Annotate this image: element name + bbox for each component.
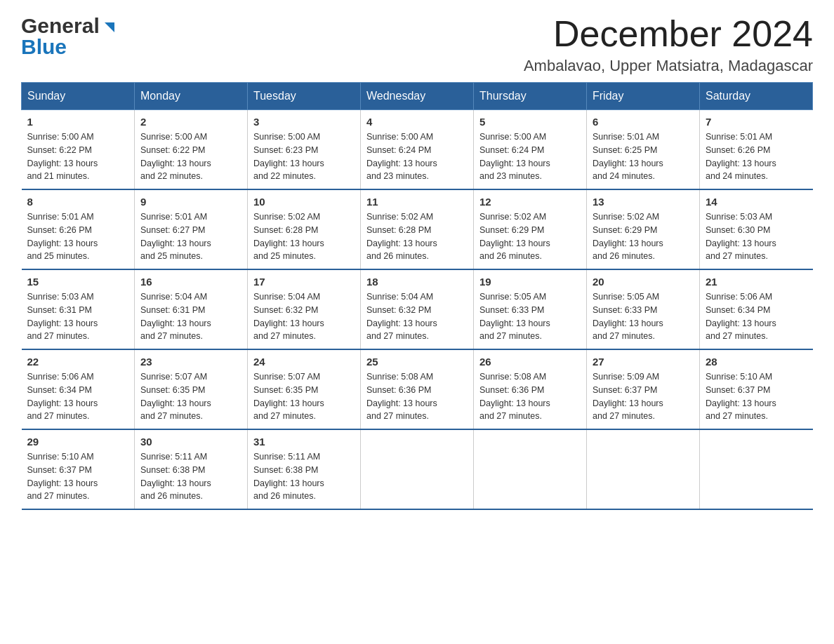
day-info: Sunrise: 5:06 AM Sunset: 6:34 PM Dayligh… bbox=[27, 370, 129, 423]
day-info: Sunrise: 5:07 AM Sunset: 6:35 PM Dayligh… bbox=[253, 370, 355, 423]
svg-marker-0 bbox=[105, 22, 114, 32]
day-info: Sunrise: 5:08 AM Sunset: 6:36 PM Dayligh… bbox=[479, 370, 581, 423]
day-info: Sunrise: 5:02 AM Sunset: 6:29 PM Dayligh… bbox=[593, 210, 694, 263]
day-number: 16 bbox=[140, 276, 241, 288]
day-number: 24 bbox=[253, 356, 355, 368]
calendar-cell: 22 Sunrise: 5:06 AM Sunset: 6:34 PM Dayl… bbox=[22, 349, 135, 429]
day-info: Sunrise: 5:02 AM Sunset: 6:29 PM Dayligh… bbox=[479, 210, 581, 263]
day-info: Sunrise: 5:10 AM Sunset: 6:37 PM Dayligh… bbox=[27, 450, 129, 503]
day-info: Sunrise: 5:00 AM Sunset: 6:22 PM Dayligh… bbox=[27, 130, 129, 183]
calendar-cell: 7 Sunrise: 5:01 AM Sunset: 6:26 PM Dayli… bbox=[700, 110, 813, 190]
header-thursday: Thursday bbox=[474, 83, 587, 110]
header-wednesday: Wednesday bbox=[361, 83, 474, 110]
calendar-cell: 4 Sunrise: 5:00 AM Sunset: 6:24 PM Dayli… bbox=[361, 110, 474, 190]
calendar-cell: 9 Sunrise: 5:01 AM Sunset: 6:27 PM Dayli… bbox=[135, 189, 248, 269]
calendar-cell: 11 Sunrise: 5:02 AM Sunset: 6:28 PM Dayl… bbox=[361, 189, 474, 269]
calendar-cell: 16 Sunrise: 5:04 AM Sunset: 6:31 PM Dayl… bbox=[135, 269, 248, 349]
day-number: 17 bbox=[253, 276, 355, 288]
day-number: 30 bbox=[140, 436, 241, 448]
header-sunday: Sunday bbox=[22, 83, 135, 110]
calendar-week-5: 29 Sunrise: 5:10 AM Sunset: 6:37 PM Dayl… bbox=[22, 429, 813, 509]
calendar-cell: 14 Sunrise: 5:03 AM Sunset: 6:30 PM Dayl… bbox=[700, 189, 813, 269]
day-info: Sunrise: 5:06 AM Sunset: 6:34 PM Dayligh… bbox=[706, 290, 807, 343]
day-number: 21 bbox=[706, 276, 807, 288]
day-info: Sunrise: 5:10 AM Sunset: 6:37 PM Dayligh… bbox=[706, 370, 807, 423]
day-number: 11 bbox=[366, 196, 468, 208]
day-info: Sunrise: 5:01 AM Sunset: 6:26 PM Dayligh… bbox=[27, 210, 129, 263]
header-tuesday: Tuesday bbox=[248, 83, 361, 110]
calendar-cell: 17 Sunrise: 5:04 AM Sunset: 6:32 PM Dayl… bbox=[248, 269, 361, 349]
day-info: Sunrise: 5:02 AM Sunset: 6:28 PM Dayligh… bbox=[366, 210, 468, 263]
page-header: General Blue December 2024 Ambalavao, Up… bbox=[21, 14, 813, 75]
calendar-cell: 10 Sunrise: 5:02 AM Sunset: 6:28 PM Dayl… bbox=[248, 189, 361, 269]
day-info: Sunrise: 5:11 AM Sunset: 6:38 PM Dayligh… bbox=[253, 450, 355, 503]
day-info: Sunrise: 5:05 AM Sunset: 6:33 PM Dayligh… bbox=[593, 290, 694, 343]
day-number: 1 bbox=[27, 116, 129, 128]
day-number: 5 bbox=[479, 116, 581, 128]
calendar-week-1: 1 Sunrise: 5:00 AM Sunset: 6:22 PM Dayli… bbox=[22, 110, 813, 190]
day-info: Sunrise: 5:11 AM Sunset: 6:38 PM Dayligh… bbox=[140, 450, 241, 503]
logo-triangle-icon bbox=[102, 14, 117, 38]
day-number: 6 bbox=[593, 116, 694, 128]
day-info: Sunrise: 5:02 AM Sunset: 6:28 PM Dayligh… bbox=[253, 210, 355, 263]
calendar-cell: 15 Sunrise: 5:03 AM Sunset: 6:31 PM Dayl… bbox=[22, 269, 135, 349]
day-info: Sunrise: 5:07 AM Sunset: 6:35 PM Dayligh… bbox=[140, 370, 241, 423]
day-info: Sunrise: 5:01 AM Sunset: 6:27 PM Dayligh… bbox=[140, 210, 241, 263]
calendar-cell: 1 Sunrise: 5:00 AM Sunset: 6:22 PM Dayli… bbox=[22, 110, 135, 190]
day-number: 4 bbox=[366, 116, 468, 128]
day-info: Sunrise: 5:01 AM Sunset: 6:26 PM Dayligh… bbox=[706, 130, 807, 183]
header-saturday: Saturday bbox=[700, 83, 813, 110]
day-number: 13 bbox=[593, 196, 694, 208]
day-number: 28 bbox=[706, 356, 807, 368]
day-number: 20 bbox=[593, 276, 694, 288]
day-number: 14 bbox=[706, 196, 807, 208]
calendar-cell: 27 Sunrise: 5:09 AM Sunset: 6:37 PM Dayl… bbox=[587, 349, 700, 429]
day-number: 29 bbox=[27, 436, 129, 448]
calendar-week-2: 8 Sunrise: 5:01 AM Sunset: 6:26 PM Dayli… bbox=[22, 189, 813, 269]
day-number: 19 bbox=[479, 276, 581, 288]
calendar-cell: 28 Sunrise: 5:10 AM Sunset: 6:37 PM Dayl… bbox=[700, 349, 813, 429]
logo-line1: General bbox=[21, 14, 117, 38]
calendar-cell bbox=[700, 429, 813, 509]
logo: General Blue bbox=[21, 14, 117, 59]
calendar-cell: 5 Sunrise: 5:00 AM Sunset: 6:24 PM Dayli… bbox=[474, 110, 587, 190]
day-number: 22 bbox=[27, 356, 129, 368]
calendar-table: SundayMondayTuesdayWednesdayThursdayFrid… bbox=[21, 82, 813, 510]
day-info: Sunrise: 5:04 AM Sunset: 6:32 PM Dayligh… bbox=[253, 290, 355, 343]
calendar-cell: 24 Sunrise: 5:07 AM Sunset: 6:35 PM Dayl… bbox=[248, 349, 361, 429]
day-info: Sunrise: 5:03 AM Sunset: 6:31 PM Dayligh… bbox=[27, 290, 129, 343]
calendar-cell: 30 Sunrise: 5:11 AM Sunset: 6:38 PM Dayl… bbox=[135, 429, 248, 509]
calendar-cell bbox=[474, 429, 587, 509]
calendar-week-4: 22 Sunrise: 5:06 AM Sunset: 6:34 PM Dayl… bbox=[22, 349, 813, 429]
day-info: Sunrise: 5:08 AM Sunset: 6:36 PM Dayligh… bbox=[366, 370, 468, 423]
day-info: Sunrise: 5:00 AM Sunset: 6:22 PM Dayligh… bbox=[140, 130, 241, 183]
calendar-cell: 19 Sunrise: 5:05 AM Sunset: 6:33 PM Dayl… bbox=[474, 269, 587, 349]
calendar-cell: 21 Sunrise: 5:06 AM Sunset: 6:34 PM Dayl… bbox=[700, 269, 813, 349]
day-number: 8 bbox=[27, 196, 129, 208]
day-number: 27 bbox=[593, 356, 694, 368]
day-info: Sunrise: 5:05 AM Sunset: 6:33 PM Dayligh… bbox=[479, 290, 581, 343]
calendar-cell: 18 Sunrise: 5:04 AM Sunset: 6:32 PM Dayl… bbox=[361, 269, 474, 349]
day-info: Sunrise: 5:09 AM Sunset: 6:37 PM Dayligh… bbox=[593, 370, 694, 423]
header-monday: Monday bbox=[135, 83, 248, 110]
day-number: 7 bbox=[706, 116, 807, 128]
day-number: 25 bbox=[366, 356, 468, 368]
title-section: December 2024 Ambalavao, Upper Matsiatra… bbox=[524, 14, 813, 75]
day-info: Sunrise: 5:01 AM Sunset: 6:25 PM Dayligh… bbox=[593, 130, 694, 183]
day-number: 12 bbox=[479, 196, 581, 208]
calendar-cell: 3 Sunrise: 5:00 AM Sunset: 6:23 PM Dayli… bbox=[248, 110, 361, 190]
calendar-cell bbox=[587, 429, 700, 509]
day-number: 2 bbox=[140, 116, 241, 128]
calendar-cell: 31 Sunrise: 5:11 AM Sunset: 6:38 PM Dayl… bbox=[248, 429, 361, 509]
day-number: 10 bbox=[253, 196, 355, 208]
day-number: 18 bbox=[366, 276, 468, 288]
calendar-cell: 29 Sunrise: 5:10 AM Sunset: 6:37 PM Dayl… bbox=[22, 429, 135, 509]
calendar-cell: 2 Sunrise: 5:00 AM Sunset: 6:22 PM Dayli… bbox=[135, 110, 248, 190]
calendar-cell: 25 Sunrise: 5:08 AM Sunset: 6:36 PM Dayl… bbox=[361, 349, 474, 429]
day-info: Sunrise: 5:04 AM Sunset: 6:31 PM Dayligh… bbox=[140, 290, 241, 343]
day-number: 15 bbox=[27, 276, 129, 288]
calendar-cell: 12 Sunrise: 5:02 AM Sunset: 6:29 PM Dayl… bbox=[474, 189, 587, 269]
header-friday: Friday bbox=[587, 83, 700, 110]
calendar-cell bbox=[361, 429, 474, 509]
calendar-header-row: SundayMondayTuesdayWednesdayThursdayFrid… bbox=[22, 83, 813, 110]
